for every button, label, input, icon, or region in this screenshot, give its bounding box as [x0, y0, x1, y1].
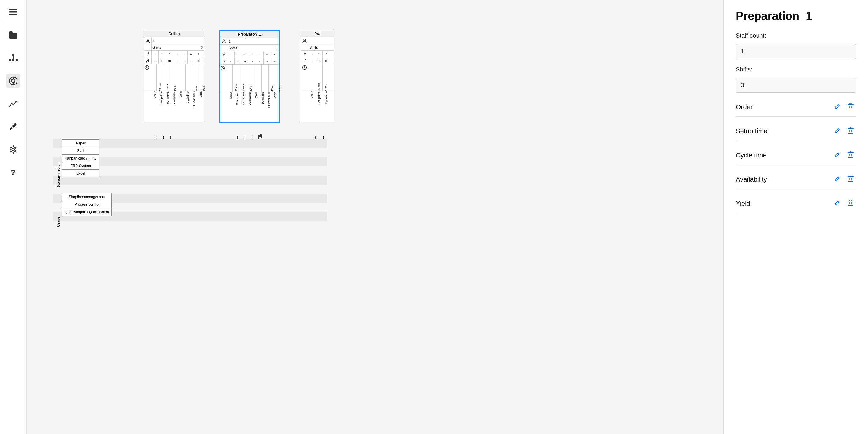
preparation1-staff-value: 1 [229, 39, 230, 43]
svg-rect-78 [848, 128, 853, 133]
svg-rect-0 [9, 9, 18, 10]
drilling-staff-content: 1 [152, 37, 204, 44]
preparation1-person-icon [220, 38, 227, 44]
process-box-drilling[interactable]: Drilling 1 Shifts 3 [144, 30, 204, 122]
preparation1-column-labels: Order Setup time Cycle time Availability… [227, 92, 279, 122]
storage-row-staff[interactable]: Staff [62, 147, 99, 155]
p1-col-6: Fill level KSS [266, 92, 272, 122]
drilling-val-2: 7:20 s [164, 64, 171, 91]
field-name-availability: Availability [736, 176, 767, 183]
drilling-t1-4: - [181, 51, 188, 57]
pre-values-row: 35 min 7:20 s [301, 64, 334, 91]
p1-val-2: 7:20 s [240, 64, 247, 92]
field-row-setup-time: Setup time [736, 121, 856, 141]
usage-row-qualitymgmt[interactable]: Qualitymgmt. / Qualification [62, 208, 112, 216]
drilling-clock-icon [144, 64, 149, 70]
field-actions-setup-time [832, 126, 856, 136]
drilling-lightning-icon [144, 51, 152, 57]
drilling-box: Drilling 1 Shifts 3 [144, 30, 204, 122]
drilling-fill-kss: 40% [195, 86, 198, 91]
pre-shifts-content: Shifts [308, 44, 334, 50]
p1-t2-0: - [227, 58, 235, 64]
delete-cycle-time-button[interactable] [845, 150, 856, 161]
svg-line-60 [223, 68, 223, 69]
svg-rect-2 [9, 14, 18, 16]
preparation1-header: Preparation_1 [220, 31, 279, 38]
svg-rect-3 [12, 54, 14, 56]
pre-shifts-label: Shifts [309, 46, 318, 49]
drilling-val-7: 60% [200, 64, 207, 91]
drilling-col-5: Downtime [184, 91, 191, 121]
drilling-time-row2: - m m - - - m [144, 57, 204, 64]
svg-rect-98 [848, 177, 853, 181]
drilling-pencil-icon [144, 57, 152, 64]
field-actions-yield [832, 198, 856, 209]
pre-clock-icon [301, 64, 308, 70]
edit-setup-time-button[interactable] [832, 126, 843, 136]
p1-val-4 [254, 64, 261, 92]
svg-rect-108 [848, 201, 853, 206]
field-row-yield: Yield [736, 194, 856, 213]
usage-row-shopfloor[interactable]: Shopfloormanagement [62, 193, 112, 201]
sidebar-item-files[interactable] [6, 28, 21, 42]
p1-col-1: Setup time [234, 92, 240, 122]
drilling-shifts-label: Shifts [153, 46, 161, 49]
svg-line-49 [148, 60, 149, 61]
staff-count-input[interactable] [736, 44, 856, 59]
edit-yield-button[interactable] [832, 198, 843, 209]
shifts-input[interactable] [736, 78, 856, 93]
pre-time-cells-row2: - m m [308, 57, 334, 64]
canvas-area[interactable]: Drilling 1 Shifts 3 [27, 0, 723, 434]
edit-cycle-time-button[interactable] [832, 150, 843, 161]
storage-row-paper[interactable]: Paper [62, 139, 99, 147]
sidebar-item-analytics[interactable] [6, 96, 21, 111]
field-actions-availability [832, 174, 856, 184]
storage-row-kanban[interactable]: Kanban card / FIFO [62, 154, 99, 162]
process-box-preparation1[interactable]: Preparation_1 1 Shifts 3 [219, 30, 280, 123]
storage-row-erp[interactable]: ERP-System [62, 162, 99, 170]
svg-point-55 [223, 39, 225, 41]
sidebar-item-settings[interactable] [6, 142, 21, 157]
storage-medium-section: Storage medium Paper Staff Kanban card /… [57, 139, 99, 187]
usage-row-process-control[interactable]: Process control [62, 201, 112, 208]
drilling-col-2: Cycle time [165, 91, 172, 121]
sidebar-item-help[interactable]: ? [6, 165, 21, 180]
drilling-t2-6: m [195, 57, 202, 64]
preparation1-staff-content: 1 [227, 38, 279, 44]
delete-availability-button[interactable] [845, 174, 856, 184]
delete-yield-button[interactable] [845, 198, 856, 209]
sidebar-item-support[interactable] [6, 74, 21, 88]
right-panel: Preparation_1 Staff count: Shifts: Order… [723, 0, 868, 434]
delete-order-button[interactable] [845, 102, 856, 112]
pre-shifts-icon [301, 44, 308, 50]
p1-t1-4: - [256, 51, 264, 58]
drilling-col-1: Setup time [158, 91, 165, 121]
drilling-column-labels: Order Setup time Cycle time Availability… [152, 91, 204, 121]
drilling-val-5 [186, 64, 193, 91]
sidebar-item-tools[interactable] [6, 119, 21, 134]
drilling-setup-time: 35 min [159, 83, 162, 91]
preparation1-shifts-row: Shifts 3 [220, 45, 279, 51]
p1-col-2: Cycle time [241, 92, 247, 122]
delete-setup-time-button[interactable] [845, 126, 856, 136]
edit-availability-button[interactable] [832, 174, 843, 184]
p1-cycle-time: 7:20 s [242, 84, 245, 92]
drilling-col-6: Fill level KSS [191, 91, 198, 121]
drilling-t2-2: m [166, 57, 173, 64]
svg-point-61 [304, 39, 306, 41]
drilling-col-0: Order [152, 91, 158, 121]
preparation1-shifts-content: Shifts 3 [227, 45, 279, 51]
drilling-t2-3: - [173, 57, 181, 64]
sidebar-item-menu[interactable] [6, 5, 21, 19]
p1-val-0 [225, 64, 232, 92]
drilling-t1-1: 1 [159, 51, 166, 57]
pre-t1-0: - [308, 51, 315, 57]
drilling-shifts-row: Shifts 3 [144, 44, 204, 51]
sidebar-item-network[interactable] [6, 51, 21, 65]
drilling-val-1: 35 min [157, 64, 164, 91]
process-box-pre[interactable]: Pre Shifts [301, 30, 334, 122]
drilling-cycle-time: 7:20 s [166, 84, 169, 91]
edit-order-button[interactable] [832, 102, 843, 112]
storage-row-excel[interactable]: Excel [62, 170, 99, 177]
preparation1-time-row2: - m m - - - m [220, 58, 279, 64]
